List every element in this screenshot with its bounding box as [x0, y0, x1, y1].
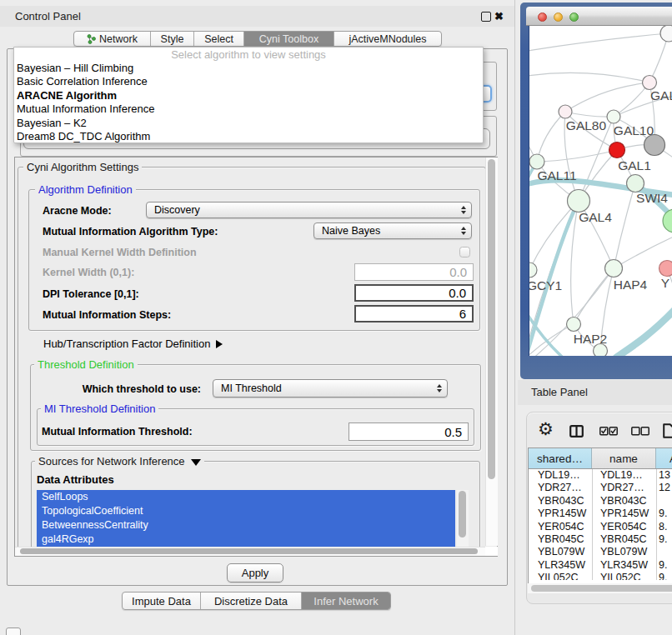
table-row[interactable]: YIL052CYIL052C9.	[529, 572, 672, 580]
edge[interactable]	[529, 72, 649, 82]
float-window-icon[interactable]	[481, 12, 491, 22]
zoom-window-icon[interactable]	[569, 12, 579, 22]
node-gal11[interactable]	[529, 154, 544, 169]
table-row[interactable]: YBL079WYBL079W	[529, 546, 672, 558]
tab-style[interactable]: Style	[151, 32, 194, 46]
control-panel-title: Control Panel	[15, 10, 81, 22]
node-label-gal80: GAL80	[566, 118, 607, 132]
mi-steps-label: Mutual Information Steps:	[43, 309, 171, 321]
data-attributes-label: Data Attributes	[37, 473, 114, 486]
network-window-titlebar[interactable]	[526, 7, 672, 26]
tab-select[interactable]: Select	[194, 32, 244, 46]
node-label-hap2: HAP2	[574, 332, 608, 346]
edge[interactable]	[529, 33, 669, 51]
node-gray[interactable]	[644, 135, 665, 156]
edge[interactable]	[537, 112, 565, 162]
popup-item-bayesian-hill-climbing[interactable]: Bayesian – Hill Climbing	[14, 62, 483, 75]
attributes-scrollbar-thumb[interactable]	[459, 491, 466, 538]
node-gal1[interactable]	[609, 142, 625, 158]
popup-item-basic-correlation-inference[interactable]: Basic Correlation Inference	[14, 75, 483, 88]
popup-item-aracne-algorithm[interactable]: ARACNE Algorithm	[14, 89, 483, 102]
node-hap4[interactable]	[605, 260, 623, 278]
table-header-row: shared… name A	[529, 448, 672, 469]
clear-checks-icon[interactable]	[631, 427, 649, 436]
table-cell: YBR043C	[600, 495, 647, 508]
split-columns-icon[interactable]	[569, 425, 584, 438]
table-row[interactable]: YLR345WYLR345W9.	[529, 559, 672, 572]
edge[interactable]	[537, 150, 617, 162]
mi-type-combobox[interactable]: Naive Bayes	[313, 222, 472, 239]
table-cell: YBL079W	[538, 546, 584, 558]
network-canvas[interactable]: GAL2GAL80GAL10GAL1GAL11SWI4GAL4GCY1HAP4Y…	[529, 26, 672, 356]
table-row[interactable]: YBR043CYBR043C	[529, 495, 672, 508]
list-item-betweennesscentrality[interactable]: BetweennessCentrality	[37, 518, 455, 532]
table-cell: YDL19…	[538, 469, 580, 482]
gear-icon[interactable]: ⚙	[538, 419, 554, 439]
which-threshold-value: MI Threshold	[213, 382, 432, 394]
list-item-selfloops[interactable]: SelfLoops	[37, 490, 455, 504]
tab-impute-data[interactable]: Impute Data	[123, 592, 201, 609]
mi-threshold-field[interactable]: 0.5	[349, 422, 469, 441]
spinner-down-icon	[461, 232, 466, 235]
combo-arrows-icon	[456, 227, 471, 235]
apply-button[interactable]: Apply	[227, 563, 283, 582]
node-gal2[interactable]	[643, 76, 657, 90]
edge[interactable]	[614, 183, 635, 268]
aracne-mode-value: Discovery	[147, 204, 456, 216]
list-item-topologicalcoefficient[interactable]: TopologicalCoefficient	[37, 504, 455, 518]
minimize-window-icon[interactable]	[554, 12, 563, 22]
settings-vscrollbar-thumb[interactable]	[488, 159, 495, 479]
tab-infer-network[interactable]: Infer Network	[302, 592, 390, 609]
node-gal10[interactable]	[607, 110, 620, 123]
manual-kernel-checkbox[interactable]	[459, 247, 470, 258]
which-threshold-combobox[interactable]: MI Threshold	[213, 379, 448, 398]
dpi-tolerance-field[interactable]: 0.0	[354, 284, 474, 302]
node-table[interactable]: shared… name A YDL19…YDL19…13YDR27…YDR27…	[528, 448, 672, 593]
mi-steps-field[interactable]: 6	[354, 305, 474, 322]
node-swi4[interactable]	[627, 175, 644, 192]
tab-network[interactable]: Network	[74, 32, 151, 46]
table-cell: YBR043C	[538, 495, 584, 508]
column-header-shared-name[interactable]: shared…	[529, 448, 592, 468]
spinner-down-icon	[437, 389, 442, 392]
node-right-green[interactable]	[663, 209, 672, 232]
tab-cyni-toolbox[interactable]: Cyni Toolbox	[244, 32, 334, 46]
node-salmon[interactable]	[659, 261, 672, 277]
column-header-third[interactable]: A	[656, 448, 672, 468]
table-row[interactable]: YPR145WYPR145W9.	[529, 508, 672, 520]
node-gal80[interactable]	[559, 105, 572, 118]
edge[interactable]	[565, 112, 614, 117]
table-row[interactable]: YDR27…YDR27…12	[529, 482, 672, 494]
close-window-icon[interactable]	[538, 12, 547, 22]
settings-viewport: Cyni Algorithm Settings Algorithm Defini…	[15, 158, 485, 547]
close-panel-icon[interactable]: ✖	[494, 10, 504, 22]
node-hap2[interactable]	[567, 318, 581, 332]
sources-toggle[interactable]: Sources for Network Inference	[35, 455, 204, 468]
table-hscrollbar-thumb[interactable]	[531, 585, 672, 592]
tab-discretize-data[interactable]: Discretize Data	[201, 592, 302, 609]
edge-highlighted[interactable]	[616, 310, 672, 356]
table-row[interactable]: YBR045CYBR045C9.	[529, 533, 672, 546]
data-attributes-list[interactable]: SelfLoops TopologicalCoefficient Between…	[37, 490, 455, 547]
settings-hscrollbar-thumb[interactable]	[20, 548, 478, 554]
select-all-checks-icon[interactable]	[599, 427, 618, 436]
table-cell: YLR345W	[538, 559, 585, 572]
popup-item-mutual-information-inference[interactable]: Mutual Information Inference	[14, 102, 483, 116]
popup-item-dream8-dc-tdc-algorithm[interactable]: Dream8 DC_TDC Algorithm	[14, 130, 483, 143]
document-icon[interactable]	[663, 423, 672, 438]
aracne-mode-combobox[interactable]: Discovery	[146, 202, 472, 218]
control-panel-titlebar: Control Panel ✖	[0, 6, 514, 27]
spinner-up-icon	[461, 206, 466, 209]
node-gal4[interactable]	[568, 190, 590, 212]
table-row[interactable]: YER054CYER054C8.	[529, 521, 672, 533]
popup-item-bayesian-k2[interactable]: Bayesian – K2	[14, 117, 483, 130]
tab-jactivemnodules[interactable]: jActiveMNodules	[334, 32, 441, 46]
node-top-right[interactable]	[660, 26, 672, 42]
list-item-gal4rgexp[interactable]: gal4RGexp	[37, 532, 455, 547]
kernel-width-field[interactable]: 0.0	[354, 263, 474, 281]
mi-threshold-value: 0.5	[444, 425, 462, 439]
hub-section-toggle[interactable]: Hub/Transcription Factor Definition	[43, 338, 223, 350]
column-header-name[interactable]: name	[592, 448, 656, 468]
node-gcy1[interactable]	[529, 262, 537, 278]
table-row[interactable]: YDL19…YDL19…13	[529, 469, 672, 482]
